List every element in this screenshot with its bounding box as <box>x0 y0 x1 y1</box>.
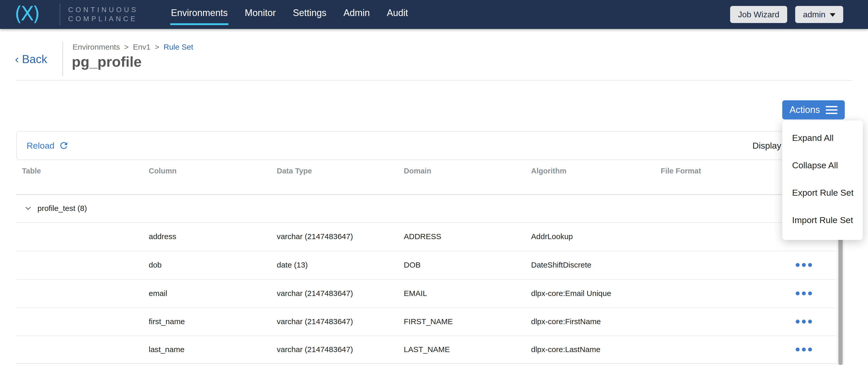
display-label: Display <box>753 132 781 160</box>
table-row: dob date (13) DOB DateShiftDiscrete <box>0 251 868 279</box>
job-wizard-button[interactable]: Job Wizard <box>730 6 787 23</box>
actions-dropdown-menu: Expand All Collapse All Export Rule Set … <box>782 120 863 240</box>
header-divider <box>62 41 63 76</box>
ellipsis-icon <box>796 348 800 352</box>
actions-button[interactable]: Actions <box>782 100 845 119</box>
cell-column: email <box>149 289 167 298</box>
column-header-data-type: Data Type <box>277 167 312 175</box>
row-menu-button[interactable] <box>794 318 814 326</box>
brand-name: CONTINUOUS COMPLIANCE <box>68 5 138 24</box>
cell-domain: DOB <box>404 260 421 269</box>
app-logo-icon[interactable]: (X) <box>14 2 38 25</box>
cell-algorithm: dlpx-core:FirstName <box>531 317 601 326</box>
user-menu-button[interactable]: admin <box>795 6 843 23</box>
brand-line1: CONTINUOUS <box>68 5 138 15</box>
cell-domain: LAST_NAME <box>404 345 450 354</box>
page-title: pg_profile <box>72 53 142 70</box>
actions-label: Actions <box>789 105 820 115</box>
column-header-column: Column <box>149 167 177 175</box>
cell-algorithm: dlpx-core:Email Unique <box>531 289 611 298</box>
table-row: email varchar (2147483647) EMAIL dlpx-co… <box>0 279 868 308</box>
group-label: profile_test (8) <box>37 204 87 213</box>
nav-settings[interactable]: Settings <box>293 7 326 18</box>
ellipsis-icon <box>796 320 800 324</box>
reload-button[interactable]: Reload <box>27 132 69 160</box>
cell-data-type: varchar (2147483647) <box>277 317 353 326</box>
cell-domain: ADDRESS <box>404 232 441 241</box>
row-menu-button[interactable] <box>794 346 814 354</box>
row-menu-button[interactable] <box>794 289 814 298</box>
brand-line2: COMPLIANCE <box>68 15 138 24</box>
table-toolbar: Reload Display <box>16 131 837 160</box>
nav-monitor[interactable]: Monitor <box>245 7 276 18</box>
refresh-icon <box>59 140 69 151</box>
table-row: address varchar (2147483647) ADDRESS Add… <box>0 222 868 251</box>
cell-data-type: varchar (2147483647) <box>277 289 353 298</box>
back-button[interactable]: ‹ Back <box>15 53 47 66</box>
menu-item-collapse-all[interactable]: Collapse All <box>782 151 863 179</box>
hamburger-icon <box>826 106 838 114</box>
cell-algorithm: AddrLookup <box>531 232 573 241</box>
ellipsis-icon <box>796 263 800 267</box>
cell-data-type: varchar (2147483647) <box>277 345 353 354</box>
cell-domain: EMAIL <box>404 289 427 298</box>
menu-item-import-rule-set[interactable]: Import Rule Set <box>782 206 863 234</box>
cell-column: first_name <box>149 317 185 326</box>
breadcrumb-env1: Env1 <box>133 43 151 51</box>
column-header-file-format: File Format <box>661 167 701 175</box>
nav-admin[interactable]: Admin <box>343 7 370 18</box>
navbar: (X) CONTINUOUS COMPLIANCE Environments M… <box>0 0 868 29</box>
ellipsis-icon <box>796 291 800 296</box>
row-menu-button[interactable] <box>794 261 814 269</box>
breadcrumb: Environments > Env1 > Rule Set <box>72 43 193 51</box>
table-row: last_name varchar (2147483647) LAST_NAME… <box>0 336 868 363</box>
cell-data-type: date (13) <box>277 260 308 269</box>
user-name: admin <box>803 10 826 19</box>
navbar-divider <box>60 3 60 26</box>
title-divider <box>16 80 852 81</box>
breadcrumb-environments: Environments <box>72 43 120 51</box>
nav-audit[interactable]: Audit <box>387 7 408 18</box>
breadcrumb-separator: > <box>155 43 159 51</box>
chevron-down-icon[interactable] <box>24 204 33 213</box>
table-row: first_name varchar (2147483647) FIRST_NA… <box>0 308 868 336</box>
cell-column: dob <box>149 260 162 269</box>
cell-algorithm: DateShiftDiscrete <box>531 260 591 269</box>
cell-domain: FIRST_NAME <box>404 317 453 326</box>
table-group-row[interactable]: profile_test (8) <box>0 194 868 222</box>
cell-column: address <box>149 232 176 241</box>
nav-environments[interactable]: Environments <box>171 7 228 18</box>
reload-label: Reload <box>27 141 55 151</box>
menu-item-export-rule-set[interactable]: Export Rule Set <box>782 179 863 206</box>
column-header-algorithm: Algorithm <box>531 167 566 175</box>
main-nav: Environments Monitor Settings Admin Audi… <box>171 0 408 29</box>
cell-data-type: varchar (2147483647) <box>277 232 353 241</box>
cell-column: last_name <box>149 345 184 354</box>
cell-algorithm: dlpx-core:LastName <box>531 345 600 354</box>
breadcrumb-separator: > <box>124 43 129 51</box>
column-header-table: Table <box>22 167 41 175</box>
menu-item-expand-all[interactable]: Expand All <box>782 124 863 151</box>
column-header-domain: Domain <box>404 167 431 175</box>
caret-down-icon <box>830 13 835 17</box>
row-separator <box>16 363 837 364</box>
breadcrumb-rule-set-link[interactable]: Rule Set <box>163 43 193 51</box>
